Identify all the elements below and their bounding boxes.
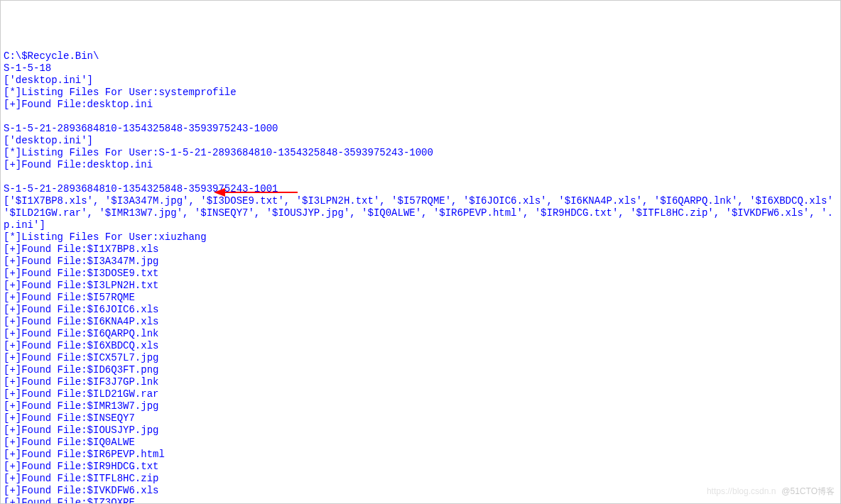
found-file-line: [+]Found File:$IR9HDCG.txt (4, 461, 837, 473)
found-file-line: [+]Found File:$I1X7BP8.xls (4, 243, 837, 256)
listing-line: [*]Listing Files For User:S-1-5-21-28936… (4, 147, 837, 159)
array-line: ['$I1X7BP8.xls', '$I3A347M.jpg', '$I3DOS… (4, 195, 837, 207)
array-line: '$ILD21GW.rar', '$IMR13W7.jpg', '$INSEQY… (4, 207, 837, 219)
found-file-line: [+]Found File:$ILD21GW.rar (4, 388, 837, 400)
blank-line (4, 111, 837, 123)
found-file-line: [+]Found File:$ICX57L7.jpg (4, 352, 837, 364)
found-file-line: [+]Found File:$I6KNA4P.xls (4, 316, 837, 328)
listing-line: [*]Listing Files For User:systemprofile (4, 87, 837, 99)
found-file-line: [+]Found File:$I6JOIC6.xls (4, 304, 837, 316)
found-file-line: [+]Found File:$I3LPN2H.txt (4, 280, 837, 292)
array-line: ['desktop.ini'] (4, 75, 837, 87)
watermark: https://blog.csdn.n@51CTO博客 (707, 486, 835, 498)
found-file-line: [+]Found File:desktop.ini (4, 159, 837, 171)
found-file-line: [+]Found File:$I57RQME (4, 292, 837, 304)
found-file-line: [+]Found File:$ID6Q3FT.png (4, 364, 837, 376)
listing-line: [*]Listing Files For User:xiuzhang (4, 231, 837, 243)
found-file-line: [+]Found File:$INSEQY7 (4, 412, 837, 424)
found-file-line: [+]Found File:$IOUSJYP.jpg (4, 424, 837, 437)
watermark-right: @51CTO博客 (781, 486, 835, 496)
sid-line: S-1-5-21-2893684810-1354325848-359397524… (4, 183, 837, 195)
found-file-line: [+]Found File:$I6XBDCQ.xls (4, 340, 837, 352)
found-file-line: [+]Found File:$I3DOSE9.txt (4, 268, 837, 280)
watermark-left: https://blog.csdn.n (707, 486, 776, 496)
sid-line: S-1-5-18 (4, 62, 837, 75)
array-line: p.ini'] (4, 219, 837, 231)
found-file-line: [+]Found File:desktop.ini (4, 99, 837, 111)
found-file-line: [+]Found File:$IMR13W7.jpg (4, 400, 837, 412)
found-file-line: [+]Found File:$IR6PEVP.html (4, 449, 837, 461)
found-file-line: [+]Found File:$I6QARPQ.lnk (4, 328, 837, 340)
found-file-line: [+]Found File:$IZ3OXRE (4, 497, 837, 504)
console-output: C:\$Recycle.Bin\S-1-5-18['desktop.ini'][… (4, 50, 837, 504)
array-line: ['desktop.ini'] (4, 135, 837, 147)
found-file-line: [+]Found File:$I3A347M.jpg (4, 256, 837, 268)
found-file-line: [+]Found File:$ITFL8HC.zip (4, 473, 837, 485)
sid-line: S-1-5-21-2893684810-1354325848-359397524… (4, 123, 837, 135)
found-file-line: [+]Found File:$IQ0ALWE (4, 437, 837, 449)
blank-line (4, 171, 837, 183)
found-file-line: [+]Found File:$IF3J7GP.lnk (4, 376, 837, 388)
path-header: C:\$Recycle.Bin\ (4, 50, 837, 62)
